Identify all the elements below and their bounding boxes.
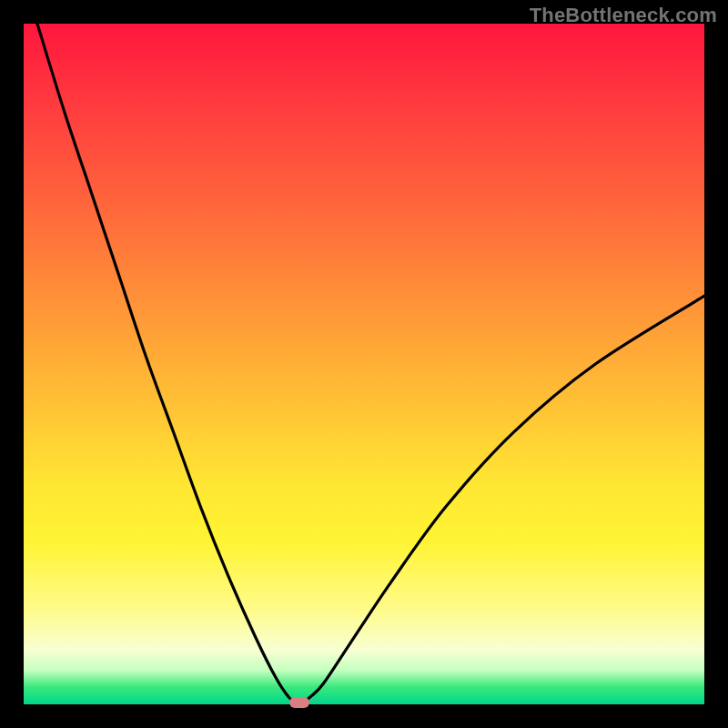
bottleneck-curve (24, 24, 704, 704)
chart-frame: TheBottleneck.com (0, 0, 728, 728)
plot-area (24, 24, 704, 704)
minimum-marker (289, 697, 309, 708)
